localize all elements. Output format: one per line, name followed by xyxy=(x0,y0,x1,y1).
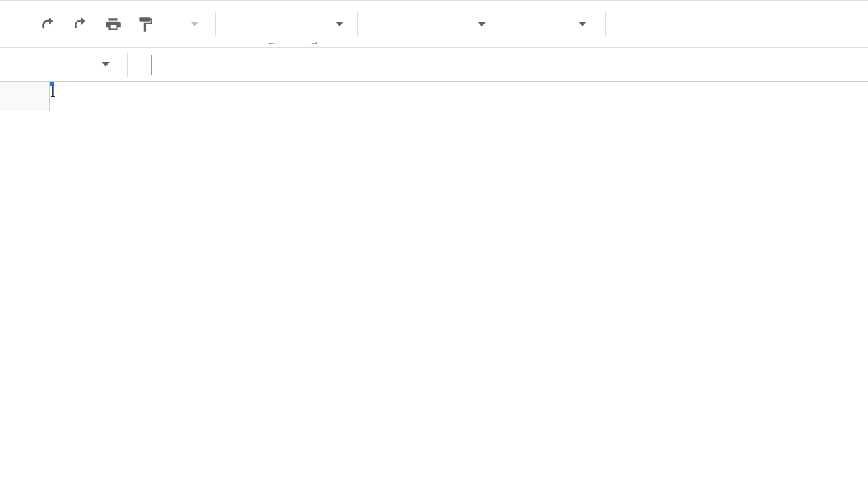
print-button[interactable] xyxy=(98,9,128,39)
font-size-dropdown[interactable] xyxy=(515,22,596,26)
decrease-decimal-button[interactable]: ← xyxy=(257,9,291,39)
redo-button[interactable] xyxy=(66,9,96,39)
separator xyxy=(505,12,505,36)
format-percent-button[interactable] xyxy=(241,9,255,39)
undo-button[interactable] xyxy=(34,9,63,39)
separator xyxy=(357,12,358,36)
redo-icon xyxy=(72,16,90,33)
text-cursor-icon: I xyxy=(50,82,56,102)
separator xyxy=(127,53,128,77)
formula-input[interactable] xyxy=(152,48,868,81)
chevron-down-icon xyxy=(336,22,344,26)
spreadsheet-grid: I xyxy=(0,81,868,111)
more-formats-dropdown[interactable] xyxy=(330,22,348,26)
chevron-down-icon xyxy=(191,22,199,26)
paint-format-icon xyxy=(137,16,154,33)
cell-selection xyxy=(50,82,54,86)
chevron-down-icon xyxy=(102,62,110,67)
increase-decimal-button[interactable]: → xyxy=(294,9,328,39)
format-currency-button[interactable] xyxy=(225,9,239,39)
chevron-down-icon xyxy=(478,22,486,26)
paint-format-button[interactable] xyxy=(131,9,160,39)
chevron-down-icon xyxy=(578,22,586,26)
font-family-dropdown[interactable] xyxy=(367,22,495,26)
select-all-corner[interactable] xyxy=(0,82,50,111)
name-box[interactable] xyxy=(0,48,118,81)
separator xyxy=(170,12,170,36)
zoom-dropdown[interactable] xyxy=(180,22,206,26)
separator xyxy=(215,12,216,36)
undo-icon xyxy=(40,16,57,33)
toolbar: ← → xyxy=(0,0,868,47)
print-icon xyxy=(104,16,122,33)
separator xyxy=(605,12,606,36)
formula-bar xyxy=(0,47,868,81)
